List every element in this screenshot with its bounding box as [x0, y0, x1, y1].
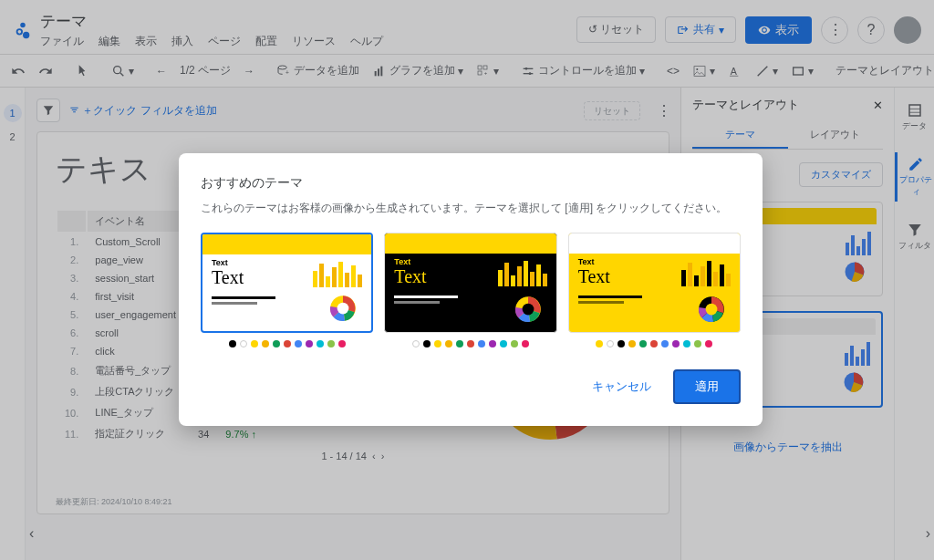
theme-options-grid: Text Text Text Text	[201, 233, 741, 347]
modal-subtitle: これらのテーマはお客様の画像から生成されています。テーマを選択して [適用] を…	[201, 201, 741, 216]
theme-option-2[interactable]: Text Text	[384, 233, 556, 347]
svg-point-41	[337, 303, 349, 315]
svg-point-45	[706, 304, 718, 316]
svg-point-43	[522, 304, 534, 316]
theme-suggestion-modal: おすすめのテーマ これらのテーマはお客様の画像から生成されています。テーマを選択…	[179, 153, 763, 426]
cancel-button[interactable]: キャンセル	[579, 369, 664, 404]
theme-option-1[interactable]: Text Text	[201, 233, 373, 347]
modal-title: おすすめのテーマ	[201, 175, 741, 192]
apply-button[interactable]: 適用	[673, 369, 741, 404]
theme-option-3[interactable]: Text Text	[568, 233, 741, 347]
